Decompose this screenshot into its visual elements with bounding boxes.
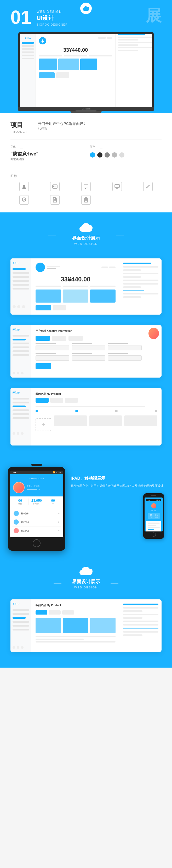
interface-section-title: 界面设计展示 (72, 235, 100, 241)
left-dash (48, 235, 56, 236)
screen-right-line (118, 34, 145, 35)
hero-number: 01 (10, 8, 31, 27)
bcard-nav-item (12, 625, 29, 626)
image-icon (50, 182, 60, 191)
interface-card-3: 开门云 我的产品 My Product (10, 388, 162, 445)
color-label: 颜色 (90, 145, 95, 149)
screen-img-2 (58, 59, 79, 70)
hero-title-block: WEB DESIGN UI设计 BIGROC DESIGNER (37, 10, 146, 26)
bcard-right-line-blue (123, 628, 159, 629)
bcard-tab-active[interactable] (35, 610, 47, 615)
propcard-tab[interactable] (50, 398, 63, 403)
ipad-menu-item-1[interactable]: 基本资料 (12, 509, 61, 518)
interface-card-2: 开门云 用户资料 Account Information (10, 325, 162, 378)
pcard-nav-item (12, 350, 29, 352)
svg-point-1 (41, 41, 44, 42)
ipad-menu-item-3[interactable]: 我的产品 (12, 527, 61, 535)
pcard-input[interactable] (35, 355, 69, 361)
bottom-right-dash (111, 584, 118, 584)
shield-icon (19, 195, 29, 205)
icons-grid (10, 182, 162, 205)
ipad-menu-item-2[interactable]: 账户安全 (12, 518, 61, 527)
laptop-mockup: 开门云 (18, 32, 154, 113)
right-dash (116, 235, 124, 236)
pcard-field-label (72, 353, 92, 354)
propcard-add-button[interactable]: + (35, 418, 51, 431)
mobile-info-title: IPAD、移动端展示 (70, 476, 164, 481)
timeline-line-active (38, 411, 75, 411)
bcard-text-line (35, 639, 84, 640)
bcard-right-line (123, 621, 159, 622)
pcard-input[interactable] (35, 345, 69, 350)
pcard-sidebar: 开门云 (10, 325, 31, 378)
propcard-tab[interactable] (65, 398, 78, 403)
screen-right-panel (115, 34, 152, 107)
document-icon (50, 195, 60, 205)
ipad-menu-icon-2 (13, 520, 19, 525)
icons-section: 图标 (0, 169, 172, 212)
phone-mockup: ●●●100% 开门云 23 产品 (143, 493, 164, 539)
font-label: 字体 (10, 145, 16, 149)
bottom-left-dash (54, 584, 61, 584)
bcard-nav-item (12, 613, 29, 615)
pcard-input[interactable] (108, 355, 142, 361)
ipad-menu: 基本资料 账户安全 我的产品 (10, 507, 63, 537)
clipboard-icon-item (73, 195, 99, 205)
icard1-nav-item (12, 280, 29, 282)
color-palette (90, 152, 162, 158)
pcard-nav-item (12, 354, 29, 356)
interface-card-1: 开门云 (10, 258, 162, 315)
mobile-info: IPAD、移动端展示 开发云用户中心为用户提供完善的账号管理功能 以及清晰美观的… (70, 476, 164, 539)
pcard-input[interactable] (72, 355, 106, 361)
project-section: 项目 PROJECT 开门云用户中心PC端界面设计 / WEB 字体 — "防盗… (0, 113, 172, 169)
screen-nav-item (22, 48, 34, 50)
project-label-en: PROJECT (10, 130, 27, 133)
propcard-nav-item (12, 398, 29, 400)
icard1-main: 33¥440.00 (31, 258, 120, 315)
pcard-field-label (108, 353, 128, 354)
propcard-tab-active[interactable] (35, 398, 49, 403)
icard1-nav-active (12, 268, 26, 270)
bcard-text-line (35, 636, 116, 637)
ipad-home-button[interactable] (33, 539, 40, 547)
bcard-tab[interactable] (49, 610, 61, 615)
screen-avatar (39, 37, 46, 44)
interface-section-cloud (10, 223, 162, 232)
user-icon (19, 182, 29, 191)
image-icon-item (41, 182, 69, 191)
color-dot-lighter (119, 152, 124, 158)
screen-right-line (118, 39, 138, 40)
icard1-amount: 33¥440.00 (35, 276, 116, 283)
bcard-img-1 (35, 618, 61, 633)
font-sample: "防盗意·hvc" (10, 151, 82, 157)
hero-designer: BIGROC DESIGNER (37, 23, 146, 26)
pcard-input[interactable] (72, 345, 106, 350)
pcard-nav-item (12, 335, 29, 337)
bcard-right-line (123, 617, 142, 619)
screen-right-line (118, 42, 152, 43)
pcard-field-label (35, 353, 56, 354)
pcard-save-button[interactable] (35, 363, 51, 369)
ipad-stat2-num: 23,950 (28, 499, 45, 502)
bcard-tab[interactable] (62, 610, 74, 615)
bcard-logo: 开门云 (12, 602, 29, 606)
svg-rect-6 (115, 184, 119, 188)
interface-section-subtitle: WEB DESIGN (72, 242, 100, 245)
screen-nav-item (22, 45, 34, 47)
icard1-nav-item (12, 284, 29, 286)
ipad-stat1-num: 06 (12, 499, 28, 502)
pcard-logo: 开门云 (12, 328, 29, 332)
color-block: 颜色 — (90, 145, 162, 161)
bcard-nav-item (12, 609, 29, 611)
icard1-right (120, 258, 162, 315)
color-dot-light (112, 152, 117, 158)
timeline-line (118, 411, 155, 411)
phone-home-button[interactable] (152, 532, 156, 537)
bcard-right-line (123, 610, 142, 612)
project-description: 开门云用户中心PC端界面设计 (38, 121, 162, 126)
laptop-base: MacBook (18, 107, 154, 111)
icard1-img-1 (35, 289, 61, 303)
ipad-stat2-label: 非知彩幻 (28, 502, 45, 505)
screen-nav-item (22, 52, 34, 53)
pcard-input[interactable] (108, 345, 142, 350)
